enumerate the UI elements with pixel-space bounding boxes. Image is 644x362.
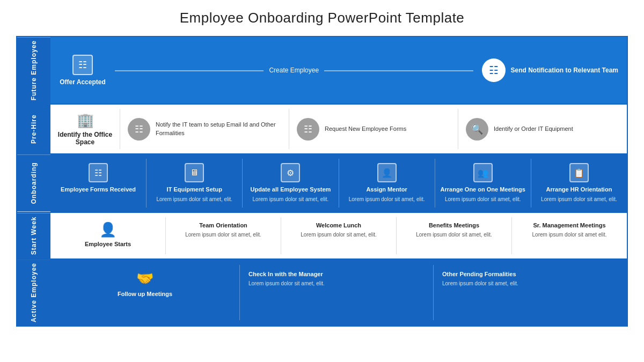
team-orientation-title: Team Orientation <box>199 221 247 229</box>
identify-equipment-text: Identify or Order IT Equipment <box>494 125 573 133</box>
row-future-employee: Future Employee ☷ Offer Accepted Create … <box>17 37 627 105</box>
benefits-meetings-body: Lorem ipsum dolor sit amet, elit. <box>416 231 492 239</box>
send-notification-label: Send Notification to Relevant Team <box>511 66 618 75</box>
arrange-one-body: Lorem ipsum dolor sit amet, elit. <box>445 196 521 203</box>
active-content: 🤝 Follow up Meetings Check In with the M… <box>50 260 627 326</box>
it-setup-title: IT Equipment Setup <box>167 186 222 193</box>
follow-meetings-label: Follow up Meetings <box>118 290 172 298</box>
person-icon: 👤 <box>99 221 116 238</box>
team-orientation-cell: Team Orientation Lorem ipsum dolor sit a… <box>166 217 281 254</box>
handshake-icon: 🤝 <box>136 270 153 287</box>
hr-icon: 📋 <box>569 163 589 182</box>
pending-title: Other Pending Formalities <box>442 270 516 278</box>
notify-it-text: Notify the IT team to setup Email Id and… <box>156 121 281 137</box>
row-onboarding: Onboarding ☷ Employee Forms Received 🖥 I… <box>17 154 627 212</box>
future-content: ☷ Offer Accepted Create Employee ☷ Send … <box>50 37 627 104</box>
startweek-content: 👤 Employee Starts Team Orientation Lorem… <box>50 213 627 258</box>
label-future-employee: Future Employee <box>17 37 50 104</box>
sr-management-body: Lorem ipsum dolor sit amet elit. <box>532 231 607 239</box>
forms-received-cell: ☷ Employee Forms Received <box>50 159 147 207</box>
welcome-lunch-body: Lorem ipsum dolor sit amet, elit. <box>301 231 377 239</box>
checkin-body: Lorem ipsum dolor sit amet, elit. <box>248 280 325 287</box>
row-prehire: Pre-Hire 🏢 Identify the Office Space ☷ N… <box>17 105 627 154</box>
assign-mentor-body: Lorem ipsum dolor sit amet, elit. <box>349 196 425 203</box>
email-icon: ☷ <box>128 118 150 141</box>
identify-office-cell: 🏢 Identify the Office Space <box>50 109 120 149</box>
it-setup-cell: 🖥 IT Equipment Setup Lorem ipsum dolor s… <box>147 159 243 207</box>
document-icon: ☷ <box>72 55 93 75</box>
prehire-content: 🏢 Identify the Office Space ☷ Notify the… <box>50 105 627 153</box>
arrange-one-title: Arrange One on One Meetings <box>441 186 525 193</box>
assign-mentor-title: Assign Mentor <box>366 186 407 193</box>
mentor-icon: 👤 <box>377 163 397 182</box>
arrange-hr-title: Arrange HR Orientation <box>546 186 612 193</box>
employee-starts-label: Employee Starts <box>85 240 131 248</box>
it-setup-body: Lorem ipsum dolor sit amet, elit. <box>156 196 232 203</box>
pending-body: Lorem ipsum dolor sit amet, elit. <box>442 280 518 287</box>
follow-meetings-cell: 🤝 Follow up Meetings <box>50 265 240 320</box>
it-setup-icon: 🖥 <box>185 163 204 182</box>
page: Employee Onboarding PowerPoint Template … <box>0 0 644 336</box>
create-employee-label: Create Employee <box>264 67 324 74</box>
forms-icon: ☷ <box>297 118 319 141</box>
benefits-meetings-title: Benefits Meetings <box>429 221 479 229</box>
assign-mentor-cell: 👤 Assign Mentor Lorem ipsum dolor sit am… <box>339 159 435 207</box>
identify-equipment-item: 🔍 Identify or Order IT Equipment <box>458 109 627 149</box>
meetings-icon: 👥 <box>473 163 493 182</box>
request-forms-item: ☷ Request New Employee Forms <box>289 109 458 149</box>
page-title: Employee Onboarding PowerPoint Template <box>16 10 628 26</box>
building-icon: 🏢 <box>77 112 94 129</box>
arrange-hr-body: Lorem ipsum dolor sit amet, elit. <box>541 196 617 203</box>
label-active-employee: Active Employee <box>17 260 50 326</box>
checkin-title: Check In with the Manager <box>248 270 323 278</box>
connector-create-employee: Create Employee <box>115 67 473 74</box>
update-system-title: Update all Employee System <box>251 186 331 193</box>
row-active-employee: Active Employee 🤝 Follow up Meetings Che… <box>17 260 627 326</box>
offer-accepted-cell: ☷ Offer Accepted <box>50 51 115 89</box>
update-icon: ⚙ <box>281 163 300 182</box>
sr-management-title: Sr. Management Meetings <box>533 221 605 229</box>
notify-it-item: ☷ Notify the IT team to setup Email Id a… <box>120 109 289 149</box>
forms-received-icon: ☷ <box>89 163 108 182</box>
search-icon: 🔍 <box>466 118 488 141</box>
request-forms-text: Request New Employee Forms <box>325 125 406 133</box>
employee-starts-cell: 👤 Employee Starts <box>50 217 166 254</box>
label-startweek: Start Week <box>17 213 50 258</box>
welcome-lunch-title: Welcome Lunch <box>316 221 361 229</box>
pending-item: Other Pending Formalities Lorem ipsum do… <box>434 265 627 320</box>
arrange-hr-cell: 📋 Arrange HR Orientation Lorem ipsum dol… <box>531 159 627 207</box>
update-system-body: Lorem ipsum dolor sit amet, elit. <box>253 196 329 203</box>
onboarding-content: ☷ Employee Forms Received 🖥 IT Equipment… <box>50 154 627 211</box>
arrange-one-cell: 👥 Arrange One on One Meetings Lorem ipsu… <box>435 159 531 207</box>
onboarding-table: Future Employee ☷ Offer Accepted Create … <box>16 36 628 327</box>
identify-office-label: Identify the Office Space <box>56 131 114 146</box>
team-orientation-body: Lorem ipsum dolor sit amet, elit. <box>185 231 261 239</box>
checkin-item: Check In with the Manager Lorem ipsum do… <box>240 265 434 320</box>
forms-received-title: Employee Forms Received <box>61 186 136 193</box>
benefits-meetings-cell: Benefits Meetings Lorem ipsum dolor sit … <box>397 217 512 254</box>
offer-accepted-label: Offer Accepted <box>60 78 106 86</box>
label-onboarding: Onboarding <box>17 154 50 211</box>
send-notification-cell: ☷ Send Notification to Relevant Team <box>473 55 627 85</box>
row-startweek: Start Week 👤 Employee Starts Team Orient… <box>17 213 627 260</box>
sr-management-cell: Sr. Management Meetings Lorem ipsum dolo… <box>512 217 627 254</box>
welcome-lunch-cell: Welcome Lunch Lorem ipsum dolor sit amet… <box>281 217 397 254</box>
label-prehire: Pre-Hire <box>17 105 50 153</box>
notification-icon: ☷ <box>482 58 506 82</box>
update-system-cell: ⚙ Update all Employee System Lorem ipsum… <box>243 159 339 207</box>
